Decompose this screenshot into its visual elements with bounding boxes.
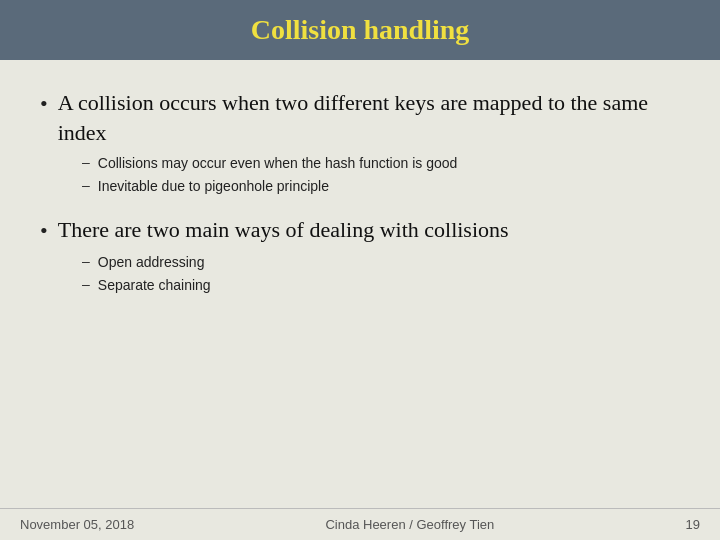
bullet-main-1: • A collision occurs when two different … <box>40 88 680 147</box>
bullet-dot-1: • <box>40 90 48 119</box>
footer-date: November 05, 2018 <box>20 517 134 532</box>
sub-text-1-1: Collisions may occur even when the hash … <box>98 153 458 174</box>
sub-bullet-2-2: – Separate chaining <box>82 275 680 296</box>
slide-header: Collision handling <box>0 0 720 60</box>
sub-text-1-2: Inevitable due to pigeonhole principle <box>98 176 329 197</box>
bullet-main-2: • There are two main ways of dealing wit… <box>40 215 680 246</box>
sub-dash-icon-2: – <box>82 177 90 193</box>
sub-bullet-2-1: – Open addressing <box>82 252 680 273</box>
sub-text-2-2: Separate chaining <box>98 275 211 296</box>
sub-text-2-1: Open addressing <box>98 252 205 273</box>
footer-author: Cinda Heeren / Geoffrey Tien <box>325 517 494 532</box>
bullet-text-2: There are two main ways of dealing with … <box>58 215 509 245</box>
slide: Collision handling • A collision occurs … <box>0 0 720 540</box>
sub-dash-icon-3: – <box>82 253 90 269</box>
bullet-item-1: • A collision occurs when two different … <box>40 88 680 197</box>
sub-bullets-2: – Open addressing – Separate chaining <box>82 252 680 296</box>
slide-footer: November 05, 2018 Cinda Heeren / Geoffre… <box>0 508 720 540</box>
footer-page-number: 19 <box>686 517 700 532</box>
slide-title: Collision handling <box>20 14 700 46</box>
slide-body: • A collision occurs when two different … <box>0 60 720 508</box>
sub-dash-icon: – <box>82 154 90 170</box>
sub-bullet-1-1: – Collisions may occur even when the has… <box>82 153 680 174</box>
sub-bullets-1: – Collisions may occur even when the has… <box>82 153 680 197</box>
sub-bullet-1-2: – Inevitable due to pigeonhole principle <box>82 176 680 197</box>
bullet-text-1: A collision occurs when two different ke… <box>58 88 680 147</box>
bullet-item-2: • There are two main ways of dealing wit… <box>40 215 680 296</box>
sub-dash-icon-4: – <box>82 276 90 292</box>
bullet-dot-2: • <box>40 217 48 246</box>
